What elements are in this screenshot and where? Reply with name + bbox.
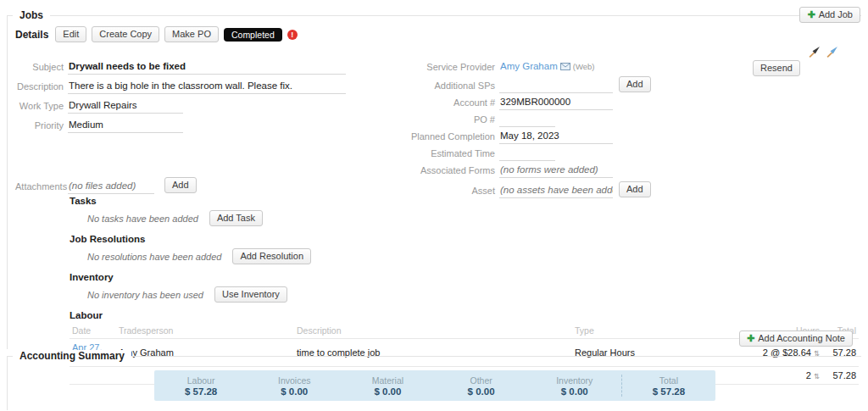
summary-material-label: Material <box>372 375 403 386</box>
plus-icon: ✚ <box>807 10 815 19</box>
plus-icon: ✚ <box>747 334 754 343</box>
work-type-label: Work Type <box>15 101 68 114</box>
attachments-field: Attachments (no files added) Add <box>15 177 197 194</box>
resolutions-title: Job Resolutions <box>70 234 861 244</box>
left-field-column: Subject Drywall needs to be fixed Descri… <box>15 61 346 139</box>
planned-completion-field: Planned Completion May 18, 2023 <box>404 131 651 144</box>
po-field: PO # <box>404 114 651 127</box>
accounting-summary-title: Accounting Summary <box>13 350 131 362</box>
associated-forms-label: Associated Forms <box>404 165 499 178</box>
right-field-column: Service Provider Amy Graham(Web) Additio… <box>404 61 651 202</box>
summary-total-value: $ 57.28 <box>653 386 685 397</box>
account-label: Account # <box>404 97 499 110</box>
service-provider-label: Service Provider <box>404 62 499 75</box>
po-label: PO # <box>404 114 499 127</box>
summary-labour-value: $ 57.28 <box>185 386 217 397</box>
additional-sps-field: Additional SPs Add <box>404 76 651 93</box>
account-field: Account # 329MBR000000 <box>404 97 651 110</box>
labour-header-description: Description <box>294 323 572 339</box>
subject-field: Subject Drywall needs to be fixed <box>15 61 346 75</box>
add-job-button[interactable]: ✚ Add Job <box>799 7 860 23</box>
attachments-value[interactable]: (no files added) <box>68 181 154 194</box>
summary-inventory: Inventory $ 0.00 <box>528 370 621 401</box>
service-provider-field: Service Provider Amy Graham(Web) <box>404 61 651 75</box>
tasks-row: No tasks have been added Add Task <box>87 210 861 226</box>
inventory-title: Inventory <box>70 272 861 282</box>
description-field: Description There is a big hole in the c… <box>15 81 346 94</box>
inventory-row: No inventory has been used Use Inventory <box>87 286 861 303</box>
resend-button[interactable]: Resend <box>753 60 800 76</box>
summary-inventory-label: Inventory <box>556 375 593 386</box>
summary-other-value: $ 0.00 <box>468 386 495 397</box>
details-label: Details <box>15 29 48 41</box>
labour-title: Labour <box>70 310 861 320</box>
alert-icon[interactable]: ! <box>287 30 298 40</box>
planned-completion-label: Planned Completion <box>404 131 499 144</box>
description-label: Description <box>15 81 68 94</box>
additional-sps-add-button[interactable]: Add <box>619 76 651 92</box>
summary-invoices-value: $ 0.00 <box>281 386 308 397</box>
attachments-label: Attachments <box>15 181 68 194</box>
use-inventory-button[interactable]: Use Inventory <box>214 286 287 303</box>
additional-sps-value[interactable] <box>499 80 613 93</box>
summary-total: Total $ 57.28 <box>622 370 715 401</box>
associated-forms-field: Associated Forms (no forms were added) <box>404 164 651 178</box>
tasks-title: Tasks <box>70 196 861 206</box>
subject-label: Subject <box>15 62 68 75</box>
description-value[interactable]: There is a big hole in the classroom wal… <box>68 81 346 94</box>
add-job-label: Add Job <box>819 9 853 20</box>
attachments-add-button[interactable]: Add <box>164 177 197 193</box>
summary-material: Material $ 0.00 <box>341 370 434 401</box>
jobs-section-title: Jobs <box>13 9 50 21</box>
summary-other-label: Other <box>470 375 492 386</box>
summary-total-label: Total <box>659 375 678 386</box>
summary-labour-label: Labour <box>187 375 215 386</box>
accounting-summary-box: Labour $ 57.28 Invoices $ 0.00 Material … <box>154 370 715 401</box>
priority-field: Priority Medium <box>15 119 346 133</box>
resolutions-empty-text: No resolutions have been added <box>87 252 221 262</box>
pin-dark-icon[interactable] <box>808 46 821 61</box>
summary-other: Other $ 0.00 <box>435 370 528 401</box>
account-value[interactable]: 329MBR000000 <box>499 97 613 110</box>
priority-label: Priority <box>15 120 68 133</box>
labour-header-tradesperson: Tradesperson <box>116 323 294 339</box>
estimated-time-field: Estimated Time <box>404 147 651 161</box>
tasks-empty-text: No tasks have been added <box>87 214 198 224</box>
additional-sps-label: Additional SPs <box>404 81 499 93</box>
service-provider-link[interactable]: Amy Graham <box>500 61 558 71</box>
status-badge: Completed <box>224 28 282 42</box>
summary-invoices: Invoices $ 0.00 <box>248 370 341 401</box>
subject-value[interactable]: Drywall needs to be fixed <box>68 61 346 75</box>
labour-header-type: Type <box>572 323 716 339</box>
estimated-time-value[interactable] <box>499 147 555 161</box>
service-provider-suffix: (Web) <box>573 62 595 71</box>
make-po-button[interactable]: Make PO <box>164 26 219 42</box>
estimated-time-label: Estimated Time <box>404 148 499 161</box>
work-type-field: Work Type Drywall Repairs <box>15 100 346 114</box>
priority-value[interactable]: Medium <box>68 119 183 133</box>
inventory-empty-text: No inventory has been used <box>87 290 203 300</box>
pin-toolbar <box>808 46 838 61</box>
summary-labour: Labour $ 57.28 <box>154 370 248 401</box>
add-accounting-note-button[interactable]: ✚ Add Accounting Note <box>739 330 853 347</box>
po-value[interactable] <box>499 114 555 127</box>
planned-completion-value[interactable]: May 18, 2023 <box>499 131 613 144</box>
summary-inventory-value: $ 0.00 <box>561 386 588 397</box>
envelope-icon[interactable] <box>560 62 570 72</box>
details-toolbar: Details Edit Create Copy Make PO Complet… <box>15 26 298 42</box>
labour-header-date: Date <box>70 323 116 339</box>
add-resolution-button[interactable]: Add Resolution <box>232 248 311 264</box>
resolutions-row: No resolutions have been added Add Resol… <box>87 248 861 264</box>
associated-forms-value[interactable]: (no forms were added) <box>499 164 613 178</box>
add-accounting-note-label: Add Accounting Note <box>758 333 845 344</box>
pin-blue-icon[interactable] <box>826 46 838 61</box>
edit-button[interactable]: Edit <box>55 26 86 42</box>
work-type-value[interactable]: Drywall Repairs <box>68 100 183 114</box>
summary-material-value: $ 0.00 <box>374 386 401 397</box>
add-task-button[interactable]: Add Task <box>209 210 263 226</box>
create-copy-button[interactable]: Create Copy <box>92 26 159 42</box>
summary-invoices-label: Invoices <box>278 375 311 386</box>
